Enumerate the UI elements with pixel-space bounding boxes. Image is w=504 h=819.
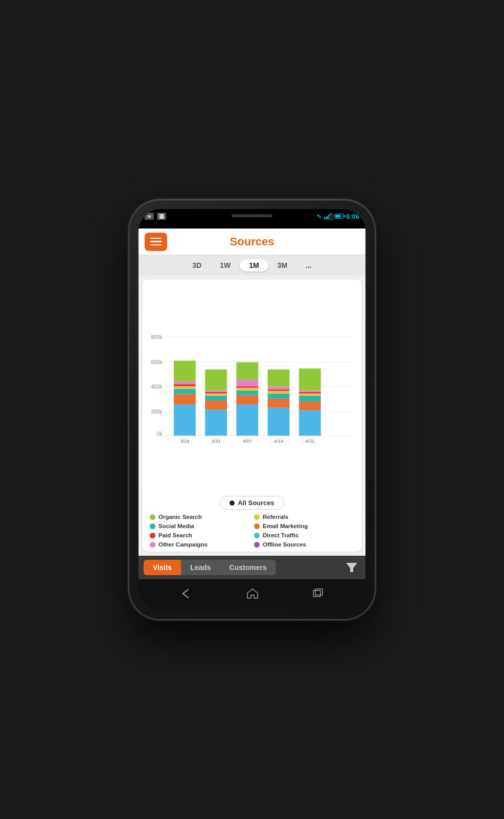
legend-item-organic[interactable]: Organic Search [150, 514, 250, 520]
legend-label-referrals: Referrals [263, 514, 288, 520]
svg-text:4/14: 4/14 [274, 439, 283, 444]
legend-item-paid[interactable]: Paid Search [150, 532, 250, 538]
svg-rect-30 [236, 386, 258, 388]
recent-apps-button[interactable] [312, 588, 324, 601]
svg-rect-20 [205, 396, 227, 400]
legend-item-direct[interactable]: Direct Traffic [254, 532, 354, 538]
chart-area: 800k 600k 400k 200k 0k [148, 285, 356, 493]
app-header: Sources [139, 229, 365, 255]
legend-item-social[interactable]: Social Media [150, 523, 250, 529]
other-campaigns-dot [150, 542, 155, 548]
menu-line-3 [150, 244, 162, 246]
all-sources-label: All Sources [238, 499, 274, 507]
organic-search-dot [150, 514, 155, 520]
svg-rect-22 [205, 392, 227, 394]
all-sources-button[interactable]: All Sources [220, 496, 284, 510]
tab-3m[interactable]: 3M [268, 259, 296, 271]
svg-rect-47 [299, 391, 321, 392]
tab-more[interactable]: ... [296, 259, 321, 271]
svg-rect-16 [174, 360, 196, 381]
svg-rect-48 [299, 369, 321, 391]
signal-icon [324, 213, 332, 219]
legend-item-referrals[interactable]: Referrals [254, 514, 354, 520]
menu-line-2 [150, 241, 162, 242]
referrals-dot [254, 514, 260, 520]
svg-rect-15 [174, 381, 196, 384]
svg-rect-44 [299, 396, 321, 401]
svg-rect-23 [205, 391, 227, 392]
social-media-dot [150, 524, 155, 529]
bar-chart-svg: 800k 600k 400k 200k 0k [148, 285, 356, 493]
status-left-icons: M 🖼 [145, 213, 166, 220]
svg-rect-42 [299, 410, 321, 436]
svg-rect-21 [205, 394, 227, 396]
offline-sources-dot [254, 542, 260, 548]
svg-text:800k: 800k [151, 334, 163, 340]
svg-rect-51 [313, 590, 320, 597]
legend-item-other[interactable]: Other Campaigns [150, 541, 250, 548]
legend-label-direct: Direct Traffic [263, 532, 299, 538]
svg-rect-32 [236, 362, 258, 380]
svg-rect-35 [268, 399, 290, 407]
app-screen: Sources 3D 1W 1M 3M ... 800k 600k 400k [139, 229, 365, 579]
svg-rect-43 [299, 401, 321, 410]
svg-rect-39 [268, 386, 290, 389]
phone-screen-container: M 🖼 ∿ 6:06 [139, 209, 365, 610]
svg-rect-24 [205, 370, 227, 391]
tab-leads[interactable]: Leads [181, 560, 220, 575]
battery-icon [334, 214, 343, 219]
svg-text:3/24: 3/24 [180, 439, 189, 444]
legend-label-email: Email Marketing [263, 523, 308, 529]
svg-rect-18 [205, 410, 227, 436]
tab-visits[interactable]: Visits [144, 560, 181, 575]
tab-1m[interactable]: 1M [240, 259, 268, 271]
svg-rect-36 [268, 394, 290, 399]
svg-text:4/07: 4/07 [243, 439, 252, 444]
filter-button[interactable] [343, 559, 360, 576]
legend-label-offline: Offline Sources [263, 541, 306, 548]
svg-rect-14 [174, 384, 196, 386]
legend-label-social: Social Media [158, 523, 194, 529]
svg-rect-13 [174, 386, 196, 389]
all-sources-dot [230, 500, 235, 506]
home-button[interactable] [246, 588, 259, 602]
android-nav-bar [139, 579, 365, 610]
bottom-tab-bar: Visits Leads Customers [139, 556, 365, 579]
gallery-icon: 🖼 [157, 213, 166, 220]
wifi-icon: ∿ [316, 213, 322, 220]
svg-rect-46 [299, 392, 321, 394]
status-bar: M 🖼 ∿ 6:06 [139, 209, 365, 223]
email-marketing-dot [254, 524, 260, 529]
view-tabs-group: Visits Leads Customers [144, 560, 276, 575]
svg-rect-10 [174, 404, 196, 436]
status-right-icons: ∿ 6:06 [316, 213, 359, 220]
svg-rect-26 [236, 404, 258, 436]
chart-container: 800k 600k 400k 200k 0k [143, 280, 361, 552]
tab-customers[interactable]: Customers [220, 560, 276, 575]
gmail-icon: M [145, 213, 154, 220]
time-period-tabs: 3D 1W 1M 3M ... [139, 255, 365, 276]
direct-traffic-dot [254, 533, 260, 538]
tab-3d[interactable]: 3D [183, 259, 211, 271]
back-button[interactable] [180, 588, 193, 601]
svg-text:200k: 200k [151, 409, 163, 415]
legend-item-email[interactable]: Email Marketing [254, 523, 354, 529]
legend-label-paid: Paid Search [158, 532, 192, 538]
legend-item-offline[interactable]: Offline Sources [254, 541, 354, 548]
svg-rect-11 [174, 394, 196, 404]
menu-line-1 [150, 238, 162, 239]
legend-label-other: Other Campaigns [158, 541, 208, 548]
svg-rect-52 [315, 589, 323, 595]
svg-text:0k: 0k [157, 431, 163, 437]
svg-text:3/31: 3/31 [212, 439, 221, 444]
svg-rect-12 [174, 389, 196, 394]
legend-label-organic: Organic Search [158, 514, 202, 520]
paid-search-dot [150, 533, 155, 538]
phone-device: M 🖼 ∿ 6:06 [129, 200, 375, 619]
tab-1w[interactable]: 1W [211, 259, 240, 271]
all-sources-button-wrap: All Sources [148, 496, 356, 510]
svg-text:4/21: 4/21 [305, 439, 314, 444]
svg-rect-45 [299, 394, 321, 396]
menu-button[interactable] [145, 233, 167, 251]
status-time: 6:06 [346, 213, 359, 220]
